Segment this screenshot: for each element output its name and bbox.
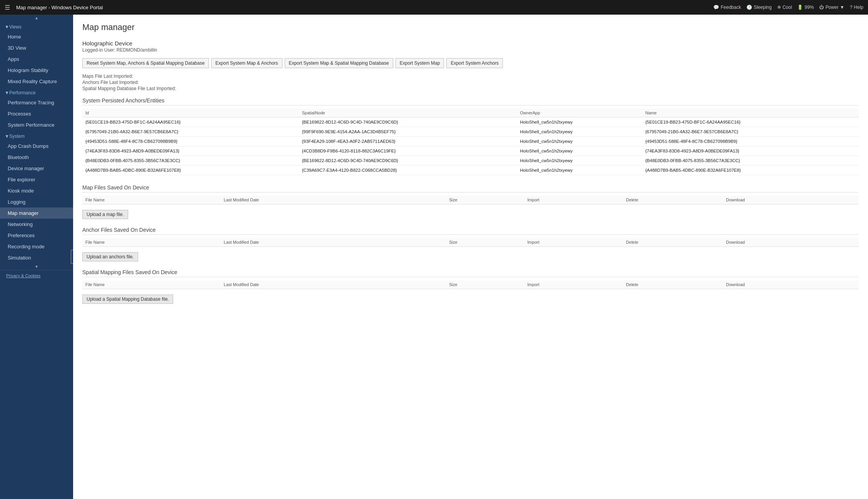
sidebar-item-device-manager[interactable]: Device manager: [0, 163, 73, 174]
anchors-section-title: System Persisted Anchors/Entities: [82, 97, 859, 105]
page-title: Map manager: [82, 22, 859, 32]
sidebar-scroll-up[interactable]: ▲: [0, 15, 73, 21]
top-actions: 💬Feedback 🕐Sleeping ❄Cool 🔋99% ⏻Power ▼ …: [713, 5, 863, 10]
upload-map-button[interactable]: Upload a map file.: [82, 210, 128, 219]
map-col-size: Size: [446, 196, 524, 204]
map-files-table: File Name Last Modified Date Size Import…: [82, 196, 859, 204]
sidebar-item-hologram-stability[interactable]: Hologram Stability: [0, 65, 73, 76]
anc-col-download: Download: [723, 238, 859, 247]
main-layout: ▲ ▼Views Home 3D View Apps Hologram Stab…: [0, 15, 868, 499]
sidebar-item-kiosk-mode[interactable]: Kiosk mode: [0, 185, 73, 196]
map-files-section: Map Files Saved On Device File Name Last…: [82, 184, 859, 219]
sidebar-item-networking[interactable]: Networking: [0, 219, 73, 230]
sidebar-collapse-button[interactable]: ◀: [71, 250, 73, 264]
cool-icon: ❄: [777, 5, 781, 10]
feedback-icon: 💬: [713, 5, 719, 10]
privacy-cookies-link[interactable]: Privacy & Cookies: [0, 270, 73, 281]
sidebar: ▲ ▼Views Home 3D View Apps Hologram Stab…: [0, 15, 73, 499]
map-col-modified: Last Modified Date: [221, 196, 446, 204]
map-files-title: Map Files Saved On Device: [82, 184, 859, 193]
help-icon: ?: [850, 5, 853, 10]
anchors-section: System Persisted Anchors/Entities Id Spa…: [82, 97, 859, 175]
sp-col-import: Import: [524, 280, 623, 289]
upload-spatial-button[interactable]: Upload a Spatial Mapping Database file.: [82, 295, 173, 304]
sidebar-item-map-manager[interactable]: Map manager: [0, 208, 73, 219]
anc-col-modified: Last Modified Date: [221, 238, 446, 247]
action-buttons: Reset System Map, Anchors & Spatial Mapp…: [82, 58, 859, 68]
sleeping-action[interactable]: 🕐Sleeping: [746, 5, 772, 10]
map-col-download: Download: [723, 196, 859, 204]
spatial-files-section: Spatial Mapping Files Saved On Device Fi…: [82, 269, 859, 304]
col-id: Id: [82, 109, 299, 117]
logged-in-user: Logged-in User: REDMOND/ambillin: [82, 47, 859, 53]
content-area: Map manager Holographic Device Logged-in…: [73, 15, 868, 499]
sleeping-icon: 🕐: [746, 5, 752, 10]
anchor-files-title: Anchor Files Saved On Device: [82, 227, 859, 235]
sidebar-item-simulation[interactable]: Simulation: [0, 252, 73, 263]
device-info: Holographic Device Logged-in User: REDMO…: [82, 40, 859, 53]
sidebar-performance-header: ▼Performance: [0, 87, 73, 97]
sp-col-modified: Last Modified Date: [221, 280, 446, 289]
sidebar-item-preferences[interactable]: Preferences: [0, 230, 73, 241]
sidebar-item-performance-tracing[interactable]: Performance Tracing: [0, 97, 73, 108]
table-row: {5E01CE19-BB23-475D-BF1C-6A24AA95EC16}{B…: [82, 117, 859, 127]
col-spatial-node: SpatialNode: [299, 109, 517, 117]
maps-file-info: Maps File Last Imported:: [82, 74, 859, 79]
sidebar-item-system-performance[interactable]: System Performance: [0, 119, 73, 131]
anc-col-import: Import: [524, 238, 623, 247]
reset-system-button[interactable]: Reset System Map, Anchors & Spatial Mapp…: [82, 58, 209, 68]
sidebar-item-file-explorer[interactable]: File explorer: [0, 174, 73, 185]
anchors-table: Id SpatialNode OwnerApp Name {5E01CE19-B…: [82, 109, 859, 175]
battery-action[interactable]: 🔋99%: [797, 5, 814, 10]
power-icon: ⏻: [819, 5, 824, 10]
topbar: ☰ Map manager - Windows Device Portal 💬F…: [0, 0, 868, 15]
cool-action[interactable]: ❄Cool: [777, 5, 792, 10]
sp-col-delete: Delete: [623, 280, 723, 289]
table-row: {B48E0DB3-0FBB-4075-8355-3B56C7A3E3CC}{B…: [82, 156, 859, 166]
sidebar-item-home[interactable]: Home: [0, 31, 73, 42]
spatial-files-table: File Name Last Modified Date Size Import…: [82, 280, 859, 289]
sidebar-item-processes[interactable]: Processes: [0, 108, 73, 119]
export-spatial-button[interactable]: Export System Map & Spatial Mapping Data…: [285, 58, 393, 68]
spatial-file-info: Spatial Mapping Database File Last Impor…: [82, 86, 859, 91]
sidebar-item-recording-mode[interactable]: Recording mode: [0, 241, 73, 252]
anc-col-size: Size: [446, 238, 524, 247]
map-col-import: Import: [524, 196, 623, 204]
spatial-files-title: Spatial Mapping Files Saved On Device: [82, 269, 859, 277]
sidebar-scroll-down[interactable]: ▼: [0, 263, 73, 270]
sp-col-size: Size: [446, 280, 524, 289]
map-col-filename: File Name: [82, 196, 221, 204]
battery-icon: 🔋: [797, 5, 803, 10]
table-row: {67957049-21B0-4A32-B6E7-9E57CB6E8A7C}{9…: [82, 127, 859, 137]
sidebar-item-logging[interactable]: Logging: [0, 196, 73, 208]
col-owner-app: OwnerApp: [517, 109, 643, 117]
sidebar-item-mixed-reality-capture[interactable]: Mixed Reality Capture: [0, 76, 73, 87]
anc-col-delete: Delete: [623, 238, 723, 247]
table-row: {49453D51-588E-48F4-8C78-CB627098B9B9}{9…: [82, 137, 859, 146]
sp-col-download: Download: [723, 280, 859, 289]
sidebar-item-3d-view[interactable]: 3D View: [0, 42, 73, 54]
device-name: Holographic Device: [82, 40, 859, 47]
anchor-files-table: File Name Last Modified Date Size Import…: [82, 238, 859, 247]
export-map-anchors-button[interactable]: Export System Map & Anchors: [211, 58, 282, 68]
sidebar-views-header: ▼Views: [0, 21, 73, 31]
table-row: {74EA3F83-83D8-4923-A8D9-A0BEDE09FA13}{4…: [82, 146, 859, 156]
sidebar-item-apps[interactable]: Apps: [0, 54, 73, 65]
help-action[interactable]: ?Help: [850, 5, 863, 10]
col-name: Name: [642, 109, 859, 117]
upload-anchors-button[interactable]: Upload an anchors file.: [82, 252, 138, 261]
feedback-action[interactable]: 💬Feedback: [713, 5, 741, 10]
export-map-button[interactable]: Export System Map: [396, 58, 444, 68]
import-info-lines: Maps File Last Imported: Anchors File La…: [82, 74, 859, 91]
sidebar-system-header: ▼System: [0, 131, 73, 141]
sidebar-item-bluetooth[interactable]: Bluetooth: [0, 152, 73, 163]
export-anchors-button[interactable]: Export System Anchors: [446, 58, 503, 68]
anchor-files-section: Anchor Files Saved On Device File Name L…: [82, 227, 859, 261]
app-title: Map manager - Windows Device Portal: [16, 5, 711, 10]
sidebar-item-app-crash-dumps[interactable]: App Crash Dumps: [0, 141, 73, 152]
sp-col-filename: File Name: [82, 280, 221, 289]
anc-col-filename: File Name: [82, 238, 221, 247]
power-action[interactable]: ⏻Power ▼: [819, 5, 844, 10]
anchors-file-info: Anchors File Last Imported:: [82, 80, 859, 85]
menu-icon[interactable]: ☰: [5, 4, 10, 11]
